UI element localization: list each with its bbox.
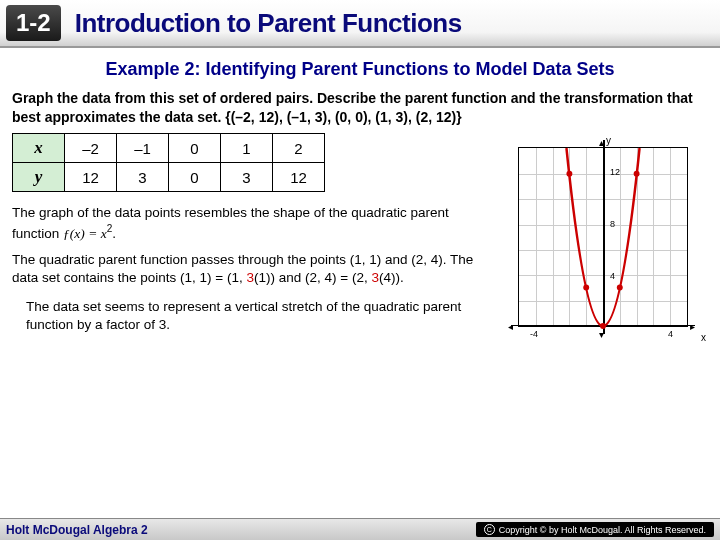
copyright-text: Copyright © by Holt McDougal. All Rights… <box>499 525 706 535</box>
svg-point-1 <box>583 285 589 291</box>
arrow-icon: ◂ <box>508 321 513 332</box>
svg-point-3 <box>617 285 623 291</box>
highlight-factor: 3 <box>371 270 379 285</box>
section-badge: 1-2 <box>6 5 61 41</box>
y-axis-label: y <box>606 135 611 146</box>
x-header: x <box>13 134 65 163</box>
arrow-icon: ▴ <box>599 137 604 148</box>
cell: 3 <box>221 163 273 192</box>
explanation-p3: The data set seems to represent a vertic… <box>26 298 478 334</box>
cell: 3 <box>117 163 169 192</box>
left-column: x –2 –1 0 1 2 y 12 3 0 3 12 The graph of… <box>12 133 478 347</box>
ordered-pairs-set: {(–2, 12), (–1, 3), (0, 0), (1, 3), (2, … <box>225 109 462 125</box>
graph-plot: y x 12 8 4 -4 4 ◂ ▸ ▴ ▾ <box>488 137 708 347</box>
header-bar: 1-2 Introduction to Parent Functions <box>0 0 720 48</box>
tick-label: 4 <box>610 271 615 281</box>
tick-label: 8 <box>610 219 615 229</box>
explanation-p1: The graph of the data points resembles t… <box>12 204 478 243</box>
highlight-factor: 3 <box>247 270 255 285</box>
cell: –1 <box>117 134 169 163</box>
cell: 12 <box>273 163 325 192</box>
example-title: Example 2: Identifying Parent Functions … <box>20 58 700 81</box>
table-row: y 12 3 0 3 12 <box>13 163 325 192</box>
table-row: x –2 –1 0 1 2 <box>13 134 325 163</box>
text: (1)) and (2, 4) = (2, <box>254 270 371 285</box>
tick-label: 12 <box>610 167 620 177</box>
y-header: y <box>13 163 65 192</box>
cell: –2 <box>65 134 117 163</box>
arrow-icon: ▾ <box>599 329 604 340</box>
parabola-curve <box>519 148 687 326</box>
cell: 0 <box>169 163 221 192</box>
tick-label: -4 <box>530 329 538 339</box>
copyright-badge: C Copyright © by Holt McDougal. All Righ… <box>476 522 714 537</box>
instruction-text: Graph the data from this set of ordered … <box>0 89 720 133</box>
svg-point-4 <box>634 171 640 177</box>
tick-label: 4 <box>668 329 673 339</box>
footer-book-title: Holt McDougal Algebra 2 <box>6 523 148 537</box>
text: The quadratic parent function passes thr… <box>12 252 473 285</box>
cell: 2 <box>273 134 325 163</box>
explanation-p2: The quadratic parent function passes thr… <box>12 251 478 287</box>
cell: 1 <box>221 134 273 163</box>
arrow-icon: ▸ <box>690 321 695 332</box>
data-table: x –2 –1 0 1 2 y 12 3 0 3 12 <box>12 133 325 192</box>
cell: 12 <box>65 163 117 192</box>
copyright-icon: C <box>484 524 495 535</box>
cell: 0 <box>169 134 221 163</box>
page-title: Introduction to Parent Functions <box>75 8 462 39</box>
text: . <box>112 226 116 241</box>
footer-bar: Holt McDougal Algebra 2 C Copyright © by… <box>0 518 720 540</box>
text: (4)). <box>379 270 404 285</box>
grid-area <box>518 147 688 327</box>
svg-point-0 <box>566 171 572 177</box>
x-axis-label: x <box>701 332 706 343</box>
function-notation: ƒ(x) = x <box>63 226 107 241</box>
content-area: x –2 –1 0 1 2 y 12 3 0 3 12 The graph of… <box>0 133 720 347</box>
